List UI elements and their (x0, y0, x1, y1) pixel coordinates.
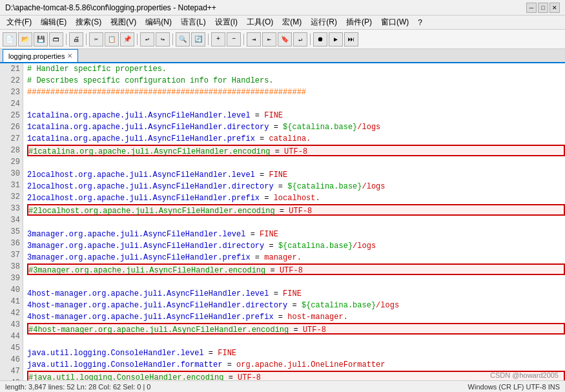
toolbar-saveall[interactable]: 🗃 (49, 32, 63, 46)
code-line: 1catalina.org.apache.juli.AsyncFileHandl… (27, 133, 565, 145)
menu-macro[interactable]: 宏(M) (278, 16, 305, 28)
toolbar-undo[interactable]: ↩ (140, 32, 154, 46)
code-line (27, 217, 565, 229)
line-number: 30 (0, 168, 23, 180)
line-number: 41 (0, 296, 23, 307)
toolbar-redo[interactable]: ↪ (156, 32, 170, 46)
line-number: 40 (0, 284, 23, 296)
line-number: 26 (0, 121, 23, 133)
code-line: 2localhost.org.apache.juli.AsyncFileHand… (27, 169, 565, 181)
toolbar-sep4 (172, 34, 173, 45)
tab-close-icon[interactable]: ✕ (67, 52, 72, 59)
menu-run[interactable]: 运行(R) (307, 16, 341, 28)
window-controls[interactable]: ─ □ ✕ (526, 3, 560, 13)
toolbar-paste[interactable]: 📌 (120, 32, 134, 46)
code-line: 4host-manager.org.apache.juli.AsyncFileH… (27, 288, 565, 300)
line-number: 35 (0, 226, 23, 238)
toolbar-bookmark[interactable]: 🔖 (278, 32, 292, 46)
toolbar-sep2 (86, 34, 87, 45)
toolbar-macro-rec[interactable]: ⏺ (313, 32, 327, 46)
line-number: 45 (0, 342, 23, 354)
code-line (27, 336, 565, 347)
menu-language[interactable]: 语言(L) (177, 16, 210, 28)
toolbar-find[interactable]: 🔍 (176, 32, 190, 46)
toolbar-sep7 (310, 34, 311, 45)
code-area: 2122232425262728293031323334353637383940… (0, 63, 565, 380)
code-line: #java.util.logging.ConsoleHandler.encodi… (27, 371, 565, 380)
code-line: 3manager.org.apache.juli.AsyncFileHandle… (27, 240, 565, 252)
code-line: #1catalina.org.apache.juli.AsyncFileHand… (27, 145, 565, 156)
menu-plugin[interactable]: 插件(P) (342, 16, 376, 28)
menu-window[interactable]: 窗口(W) (377, 16, 413, 28)
menu-view[interactable]: 视图(V) (107, 16, 140, 28)
line-number: 27 (0, 133, 23, 145)
status-bar: length: 3,847 lines: 52 Ln: 28 Col: 62 S… (0, 380, 565, 392)
code-line (27, 276, 565, 288)
code-content[interactable]: # Handler specific properties.# Describe… (23, 63, 565, 380)
code-line: #3manager.org.apache.juli.AsyncFileHandl… (27, 263, 565, 275)
code-line: ########################################… (27, 87, 565, 98)
toolbar-wrap[interactable]: ↵ (293, 32, 307, 46)
line-number: 39 (0, 273, 23, 284)
line-number: 36 (0, 238, 23, 249)
toolbar-macro-run[interactable]: ⏭ (344, 32, 358, 46)
toolbar-indent[interactable]: ⇥ (247, 32, 261, 46)
minimize-button[interactable]: ─ (526, 3, 537, 13)
line-number: 48 (0, 377, 23, 380)
line-number: 33 (0, 203, 23, 214)
toolbar-cut[interactable]: ✂ (89, 32, 103, 46)
line-number: 46 (0, 354, 23, 366)
menu-encode[interactable]: 编码(N) (141, 16, 176, 28)
code-line (27, 98, 565, 110)
menu-tools[interactable]: 工具(O) (243, 16, 277, 28)
toolbar-outdent[interactable]: ⇤ (262, 32, 276, 46)
code-line: 3manager.org.apache.juli.AsyncFileHandle… (27, 229, 565, 240)
tab-logging-properties[interactable]: logging.properties ✕ (3, 49, 78, 62)
menu-edit[interactable]: 编辑(E) (37, 16, 70, 28)
title-bar: D:\apache-tomcat-8.5.86\conf\logging.pro… (0, 0, 565, 15)
line-number: 42 (0, 307, 23, 319)
line-number: 44 (0, 331, 23, 342)
maximize-button[interactable]: □ (538, 3, 548, 13)
code-line: 1catalina.org.apache.juli.AsyncFileHandl… (27, 110, 565, 121)
code-line: 2localhost.org.apache.juli.AsyncFileHand… (27, 181, 565, 192)
status-right: Windows (CR LF) UTF-8 INS (468, 383, 560, 391)
code-line: # Handler specific properties. (27, 63, 565, 75)
menu-bar: 文件(F) 编辑(E) 搜索(S) 视图(V) 编码(N) 语言(L) 设置(I… (0, 15, 565, 30)
menu-file[interactable]: 文件(F) (3, 16, 36, 28)
close-button[interactable]: ✕ (550, 3, 560, 13)
line-number: 34 (0, 214, 23, 226)
toolbar-save[interactable]: 💾 (34, 32, 48, 46)
toolbar-new[interactable]: 📄 (3, 32, 17, 46)
toolbar-zoomin[interactable]: + (211, 32, 225, 46)
toolbar-macro-play[interactable]: ▶ (329, 32, 343, 46)
code-line: java.util.logging.ConsoleHandler.level =… (27, 347, 565, 359)
menu-search[interactable]: 搜索(S) (72, 16, 105, 28)
line-number: 28 (0, 145, 23, 156)
line-number: 32 (0, 191, 23, 203)
toolbar-print[interactable]: 🖨 (69, 32, 83, 46)
toolbar-zoomout[interactable]: − (227, 32, 241, 46)
line-number: 38 (0, 261, 23, 273)
code-line (27, 158, 565, 169)
code-line: 4host-manager.org.apache.juli.AsyncFileH… (27, 300, 565, 311)
watermark: CSDN @howard2005 (490, 371, 559, 379)
toolbar-sep1 (66, 34, 67, 45)
line-number: 47 (0, 366, 23, 377)
line-number: 22 (0, 75, 23, 87)
tab-label: logging.properties (8, 52, 65, 60)
line-number: 21 (0, 63, 23, 75)
line-number: 37 (0, 249, 23, 261)
code-line: java.util.logging.ConsoleHandler.formatt… (27, 359, 565, 371)
menu-help[interactable]: ? (414, 17, 426, 28)
menu-settings[interactable]: 设置(I) (211, 16, 241, 28)
toolbar-copy[interactable]: 📋 (105, 32, 119, 46)
toolbar: 📄 📂 💾 🗃 🖨 ✂ 📋 📌 ↩ ↪ 🔍 🔄 + − ⇥ ⇤ 🔖 ↵ ⏺ ▶ … (0, 30, 565, 49)
line-number: 25 (0, 110, 23, 121)
toolbar-open[interactable]: 📂 (18, 32, 32, 46)
window-title: D:\apache-tomcat-8.5.86\conf\logging.pro… (5, 3, 216, 12)
code-line: 2localhost.org.apache.juli.AsyncFileHand… (27, 192, 565, 204)
toolbar-sep3 (137, 34, 138, 45)
toolbar-replace[interactable]: 🔄 (191, 32, 205, 46)
code-line: 4host-manager.org.apache.juli.AsyncFileH… (27, 311, 565, 323)
